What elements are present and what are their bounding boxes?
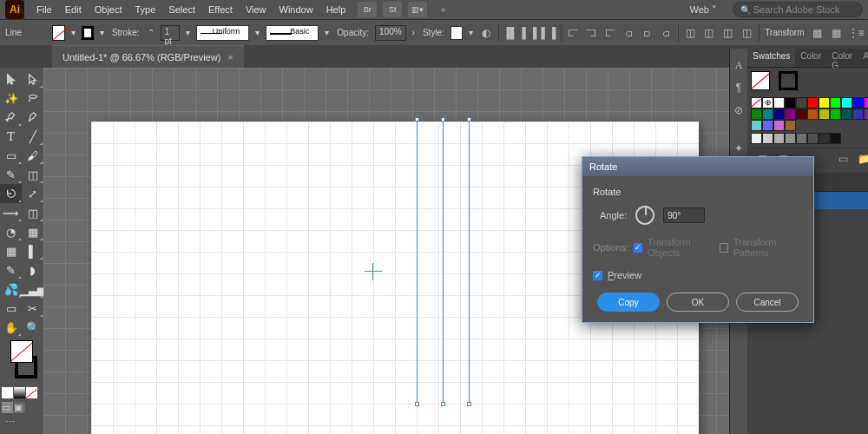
blend-tool[interactable]: ◗ <box>22 260 43 279</box>
swatch-gray[interactable] <box>796 133 807 144</box>
swatch-color[interactable] <box>751 108 762 120</box>
brush-definition[interactable]: Basic <box>266 25 319 41</box>
checkbox-transform-objects[interactable]: ✓ <box>634 243 642 253</box>
shape-mode-2-icon[interactable]: ◫ <box>702 24 717 42</box>
document-tab[interactable]: Untitled-1* @ 66.67% (RGB/Preview) × <box>52 45 244 68</box>
screen-mode-normal[interactable]: ▭ <box>2 402 13 413</box>
menu-view[interactable]: View <box>240 2 273 17</box>
line-tool[interactable]: ╱ <box>22 127 43 146</box>
menu-file[interactable]: File <box>30 2 58 17</box>
current-stroke-swatch[interactable] <box>779 71 798 90</box>
gpu-icon[interactable]: ⟐ <box>433 2 452 17</box>
search-stock-input[interactable]: 🔍 Search Adobe Stock <box>733 2 863 17</box>
swatch-color[interactable] <box>864 108 868 120</box>
shaper-tool[interactable]: ✎ <box>0 165 22 184</box>
color-mode-solid[interactable] <box>2 387 13 398</box>
angle-input[interactable] <box>663 207 705 223</box>
rotation-origin-icon[interactable] <box>365 263 382 280</box>
symbol-sprayer-tool[interactable]: 💦 <box>0 279 22 299</box>
selected-line-2[interactable] <box>443 120 444 404</box>
swatch-color[interactable] <box>785 108 796 120</box>
stock-icon[interactable]: St <box>383 2 402 17</box>
swatch-gray[interactable] <box>773 133 785 144</box>
mesh-tool[interactable]: ▦ <box>0 241 22 260</box>
opacity-input[interactable]: 100% <box>375 25 406 41</box>
swatch-gray[interactable] <box>830 133 841 144</box>
paintbrush-tool[interactable]: 🖌 <box>22 146 43 165</box>
eyedropper-tool[interactable]: ✎ <box>0 260 22 279</box>
edit-toolbar-button[interactable]: ⋯ <box>5 417 43 428</box>
swatch-color[interactable] <box>864 97 868 108</box>
swatch-gray[interactable] <box>785 133 796 144</box>
align-h2-icon[interactable]: ⫎ <box>584 24 599 42</box>
menu-help[interactable]: Help <box>320 2 352 17</box>
fill-indicator[interactable] <box>10 340 33 363</box>
shape-builder-tool[interactable]: ◔ <box>0 222 22 241</box>
perspective-tool[interactable]: ▦ <box>22 222 43 241</box>
swatch-color[interactable] <box>830 108 841 120</box>
hand-tool[interactable]: ✋ <box>0 318 22 337</box>
rotate-tool[interactable] <box>0 184 22 203</box>
color-mode-none[interactable] <box>26 387 37 398</box>
stroke-swatch[interactable] <box>82 26 94 40</box>
pen-tool[interactable] <box>0 108 22 127</box>
dialog-titlebar[interactable]: Rotate <box>582 157 813 176</box>
swatch-color[interactable] <box>830 97 841 108</box>
align-v2-icon[interactable]: ⫐ <box>641 24 655 42</box>
menu-edit[interactable]: Edit <box>59 2 88 17</box>
tab-color[interactable]: Color <box>795 49 826 67</box>
magic-wand-tool[interactable]: ✨ <box>0 89 22 108</box>
menu-select[interactable]: Select <box>162 2 201 17</box>
menu-type[interactable]: Type <box>129 2 162 17</box>
variable-width-profile[interactable]: Uniform <box>196 25 249 41</box>
swatch-options-icon[interactable]: ▭ <box>834 151 852 167</box>
align-h1-icon[interactable]: ⫍ <box>565 24 580 42</box>
swatch-gray[interactable] <box>807 133 819 144</box>
type-tool[interactable]: T <box>0 127 22 146</box>
checkbox-transform-patterns[interactable] <box>720 243 728 253</box>
swatch-registration[interactable]: ⊕ <box>762 97 773 108</box>
direct-selection-tool[interactable] <box>22 69 43 89</box>
tab-align[interactable]: Align <box>858 49 868 67</box>
menu-effect[interactable]: Effect <box>202 2 239 17</box>
curvature-tool[interactable] <box>22 108 43 127</box>
color-mode-gradient[interactable] <box>14 387 25 398</box>
swatch-color[interactable] <box>852 97 864 108</box>
width-tool[interactable]: ⟿ <box>0 203 22 222</box>
tab-color-guide[interactable]: Color G <box>826 49 858 67</box>
transform-link[interactable]: Transform <box>765 28 804 37</box>
transform-panel-icon[interactable]: ✦ <box>730 141 747 156</box>
shape-mode-1-icon[interactable]: ◫ <box>683 24 698 42</box>
current-fill-swatch[interactable] <box>751 71 770 90</box>
zoom-tool[interactable]: 🔍 <box>22 318 43 337</box>
close-tab-icon[interactable]: × <box>227 52 233 62</box>
isolate-icon[interactable]: ▦ <box>811 24 825 42</box>
swatch-color[interactable] <box>796 97 807 108</box>
align-center-icon[interactable]: ▌▐ <box>523 24 537 42</box>
swatch-color[interactable] <box>807 97 819 108</box>
scale-tool[interactable]: ⤢ <box>22 184 43 203</box>
swatch-gray[interactable] <box>819 133 830 144</box>
swatch-color[interactable] <box>773 97 785 108</box>
menu-object[interactable]: Object <box>89 2 128 17</box>
tab-swatches[interactable]: Swatches <box>747 49 795 67</box>
glyphs-panel-icon[interactable]: ⊘ <box>730 102 747 118</box>
column-graph-tool[interactable]: ▁▃▅ <box>22 279 43 299</box>
free-transform-tool[interactable]: ◫ <box>22 203 43 222</box>
angle-dial[interactable] <box>635 206 654 225</box>
cancel-button[interactable]: Cancel <box>736 293 799 312</box>
swatch-gray[interactable] <box>762 133 773 144</box>
swatch-color[interactable] <box>796 108 807 120</box>
swatch-color[interactable] <box>841 97 852 108</box>
align-v1-icon[interactable]: ⫏ <box>621 24 636 42</box>
new-group-icon[interactable]: 📁 <box>855 151 868 167</box>
ok-button[interactable]: OK <box>667 293 729 312</box>
align-left-icon[interactable]: ▐▌ <box>503 24 517 42</box>
recolor-icon[interactable]: ◐ <box>479 24 494 42</box>
swatch-color[interactable] <box>819 97 830 108</box>
copy-button[interactable]: Copy <box>597 293 660 312</box>
swatch-color[interactable] <box>773 108 785 120</box>
selection-tool[interactable] <box>0 69 22 89</box>
swatch-color[interactable] <box>785 120 796 131</box>
arrange-icon[interactable]: ▥▾ <box>408 2 427 17</box>
